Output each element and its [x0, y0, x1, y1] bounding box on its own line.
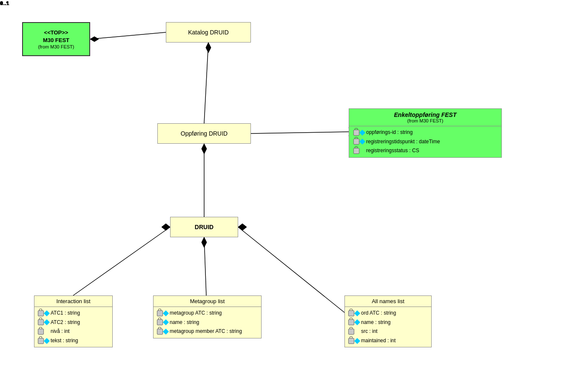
- oppforing-druid-box: Oppføring DRUID: [157, 123, 251, 144]
- attr-registreringstidspunkt: registreringstidspunkt : dateTime: [353, 137, 498, 147]
- druid-title: DRUID: [195, 224, 213, 230]
- enkeltoppforing-attrs: oppførings-id : string registreringstids…: [349, 126, 501, 157]
- attr-atc1: ATC1 : string: [37, 309, 110, 318]
- allnames-list-title: All names list: [345, 296, 431, 307]
- svg-marker-6: [202, 144, 207, 154]
- svg-marker-3: [206, 43, 211, 53]
- enkeltoppforing-box: Enkeltoppføring FEST (from M30 FEST) opp…: [349, 108, 502, 158]
- oppforing-druid-title: Oppføring DRUID: [181, 130, 228, 137]
- allnames-list-attrs: ord ATC : string name : string src : int: [345, 307, 431, 347]
- mult-label-druid-allnames: 0..*: [0, 0, 9, 6]
- interaction-list-title: Interaction list: [34, 296, 112, 307]
- katalog-druid-title: Katalog DRUID: [188, 29, 229, 36]
- attr-atc2: ATC2 : string: [37, 318, 110, 327]
- attr-src: src : int: [347, 327, 429, 336]
- svg-marker-10: [202, 237, 207, 247]
- attr-metagroup-atc: metagroup ATC : string: [156, 309, 259, 318]
- druid-box: DRUID: [170, 217, 238, 237]
- svg-line-2: [204, 43, 208, 123]
- attr-ord-atc: ord ATC : string: [347, 309, 429, 318]
- diagram-container: 0..1 1 0..1 0..* 0..* 0..* <<TOP>>M30 FE…: [0, 0, 569, 392]
- svg-line-9: [204, 237, 206, 295]
- katalog-druid-box: Katalog DRUID: [166, 22, 251, 43]
- allnames-list-box: All names list ord ATC : string name : s…: [344, 295, 432, 347]
- svg-line-0: [90, 32, 166, 39]
- attr-oppforings-id: oppførings-id : string: [353, 128, 498, 137]
- enkeltoppforing-sub: (from M30 FEST): [353, 118, 497, 123]
- attr-tekst: tekst : string: [37, 336, 110, 346]
- metagroup-list-attrs: metagroup ATC : string name : string met…: [154, 307, 261, 338]
- enkeltoppforing-title: Enkeltoppføring FEST: [353, 111, 497, 118]
- top-class-box: <<TOP>>M30 FEST (from M30 FEST): [22, 22, 90, 56]
- svg-line-4: [251, 132, 349, 134]
- interaction-list-box: Interaction list ATC1 : string ATC2 : st…: [34, 295, 113, 347]
- svg-line-7: [73, 227, 170, 295]
- attr-metagroup-name: name : string: [156, 318, 259, 327]
- attr-allnames-name: name : string: [347, 318, 429, 327]
- attr-niva: nivå : int: [37, 327, 110, 336]
- metagroup-list-box: Metagroup list metagroup ATC : string na…: [153, 295, 262, 338]
- top-class-sub: (from M30 FEST): [38, 44, 74, 49]
- svg-marker-8: [162, 224, 170, 230]
- interaction-list-attrs: ATC1 : string ATC2 : string nivå : int: [34, 307, 112, 347]
- metagroup-list-title: Metagroup list: [154, 296, 261, 307]
- attr-registreringsstatus: registreringsstatus : CS: [353, 146, 498, 156]
- svg-marker-1: [90, 37, 99, 42]
- attr-metagroup-member-atc: metagroup member ATC : string: [156, 327, 259, 336]
- attr-maintained: maintained : int: [347, 336, 429, 346]
- top-class-name: <<TOP>>M30 FEST: [43, 29, 69, 44]
- svg-marker-12: [238, 224, 247, 230]
